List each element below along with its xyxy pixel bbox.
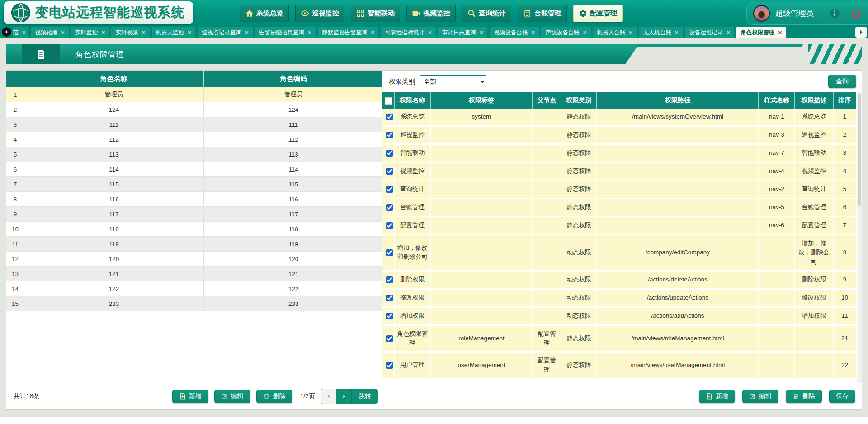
permission-path-cell [597, 217, 759, 235]
row-checkbox[interactable] [386, 114, 393, 120]
tab-robot-monitor[interactable]: 机器人监控× [151, 27, 196, 38]
table-row[interactable]: 10118118 [6, 222, 383, 237]
tab-realtime-video[interactable]: 实时视频× [111, 27, 150, 38]
row-checkbox[interactable] [386, 249, 393, 256]
row-checkbox[interactable] [386, 186, 393, 193]
tab-audit-log-query[interactable]: 审计日志查询× [438, 27, 488, 38]
close-icon[interactable]: × [428, 29, 432, 36]
close-icon[interactable]: × [61, 29, 65, 36]
tab-video-carousel[interactable]: 视频轮播× [30, 27, 69, 38]
permission-type-cell: 静态权限 [561, 217, 597, 235]
permission-name-cell: 修改权限 [394, 289, 430, 307]
close-icon[interactable]: × [583, 29, 586, 36]
scrollbar[interactable] [857, 92, 862, 383]
table-row[interactable]: 12120120 [6, 252, 383, 267]
roles-add-button[interactable]: 新增 [172, 390, 208, 403]
nav-item-patrol-monitor[interactable]: 巡视监控 [295, 5, 344, 22]
permissions-save-button[interactable]: 保存 [829, 390, 855, 403]
table-row[interactable]: 11119119 [6, 237, 383, 252]
table-row[interactable]: 7115115 [6, 177, 383, 192]
tab-alarm-defect-query[interactable]: 告警缺陷信息查询× [255, 27, 316, 38]
close-icon[interactable]: × [726, 29, 730, 36]
button-label: 编辑 [759, 392, 772, 400]
close-icon[interactable]: × [101, 29, 105, 36]
close-icon[interactable]: × [778, 29, 782, 36]
power-icon[interactable] [851, 8, 862, 19]
table-row[interactable]: 13121121 [6, 267, 383, 281]
button-label: 新增 [716, 392, 728, 400]
close-icon[interactable]: × [675, 29, 679, 36]
close-icon[interactable]: × [188, 29, 191, 36]
tab-robot-ledger[interactable]: 机器人台账× [593, 27, 637, 38]
table-row[interactable]: 4112112 [6, 132, 383, 147]
role-name-cell: 233 [24, 296, 204, 311]
sort-order-cell: 10 [833, 289, 856, 307]
permissions-edit-button[interactable]: 编辑 [742, 390, 778, 403]
tab-video-device-ledger[interactable]: 视频设备台账× [489, 27, 539, 38]
close-icon[interactable]: × [480, 29, 483, 36]
close-icon[interactable]: × [308, 29, 311, 36]
permission-type-select[interactable]: 全部 [420, 75, 486, 88]
table-row[interactable]: 15233233 [6, 296, 383, 311]
permission-tag-cell [430, 162, 533, 181]
tab-role-permission[interactable]: 角色权限管理× [736, 27, 786, 38]
table-row[interactable]: 8116116 [6, 192, 383, 207]
row-checkbox[interactable] [386, 168, 393, 175]
close-icon[interactable]: × [142, 29, 145, 36]
row-checkbox[interactable] [386, 150, 393, 157]
permission-type-cell: 静态权限 [561, 181, 597, 199]
close-icon[interactable]: × [531, 29, 535, 36]
table-row[interactable]: 3111111 [6, 117, 383, 132]
row-checkbox[interactable] [386, 335, 393, 342]
info-icon[interactable] [829, 8, 840, 19]
nav-item-system-overview[interactable]: 系统总览 [240, 5, 289, 22]
row-checkbox[interactable] [386, 295, 393, 301]
nav-item-config-mgmt[interactable]: 配置管理 [573, 5, 623, 22]
tab-device-ops-records[interactable]: 设备运维记录× [684, 27, 735, 38]
row-checkbox[interactable] [386, 362, 393, 369]
nav-item-smart-linkage[interactable]: 智能联动 [351, 5, 400, 22]
table-row[interactable]: 6114114 [6, 162, 383, 177]
table-row[interactable]: 2124124 [6, 102, 383, 117]
roles-delete-button[interactable]: 删除 [256, 390, 292, 403]
roles-edit-button[interactable]: 编辑 [214, 390, 250, 403]
avatar[interactable] [753, 5, 770, 22]
tab-reliability-stats[interactable]: 可靠性指标统计× [380, 27, 436, 38]
tab-voiceprint-device-ledger[interactable]: 声纹设备台账× [541, 27, 591, 38]
row-checkbox[interactable] [386, 313, 393, 319]
permission-tag-cell [430, 181, 533, 199]
tab-scroll-right-button[interactable] [855, 27, 867, 38]
permission-name-cell: 查询统计 [394, 181, 430, 199]
table-row[interactable]: 9117117 [6, 207, 383, 222]
search-button[interactable]: 查询 [828, 75, 856, 88]
nav-item-video-monitor[interactable]: 视频监控 [406, 5, 456, 22]
tab-patrol-point-records[interactable]: 巡视点记录查询× [197, 27, 253, 38]
close-icon[interactable]: × [22, 29, 26, 36]
permissions-delete-button[interactable]: 删除 [786, 390, 822, 403]
tab-label: 设备运维记录 [689, 29, 723, 37]
table-row: 修改权限动态权限/actions/updateActions修改权限10 [382, 289, 856, 307]
close-icon[interactable]: × [629, 29, 632, 36]
row-checkbox[interactable] [386, 204, 393, 211]
close-icon[interactable]: × [245, 29, 249, 36]
table-row[interactable]: 5113113 [6, 147, 383, 162]
row-checkbox[interactable] [386, 132, 393, 138]
permissions-add-button[interactable]: 新增 [699, 390, 735, 403]
table-row[interactable]: 14122122 [6, 281, 383, 296]
close-icon[interactable]: × [371, 29, 374, 36]
table-row[interactable]: 1管理员管理员 [6, 87, 383, 102]
row-checkbox[interactable] [386, 276, 393, 283]
row-checkbox[interactable] [386, 222, 393, 229]
nav-item-ledger-mgmt[interactable]: 台账管理 [518, 5, 567, 22]
tab-clipped[interactable]: 范× [13, 27, 29, 38]
select-all-checkbox[interactable] [385, 97, 392, 105]
jump-button[interactable]: 跳转 [351, 389, 378, 404]
tab-scroll-left-button[interactable] [2, 27, 11, 37]
tab-realtime-monitor[interactable]: 实时监控× [71, 27, 109, 38]
prev-page-button[interactable] [321, 389, 336, 404]
tab-silent-monitor-alarm[interactable]: 静默监视告警查询× [317, 27, 379, 38]
next-page-button[interactable] [336, 389, 351, 404]
tab-uav-ledger[interactable]: 无人机台账× [638, 27, 683, 38]
scrollbar-thumb[interactable] [858, 93, 861, 206]
nav-item-query-stats[interactable]: 查询统计 [462, 5, 511, 22]
